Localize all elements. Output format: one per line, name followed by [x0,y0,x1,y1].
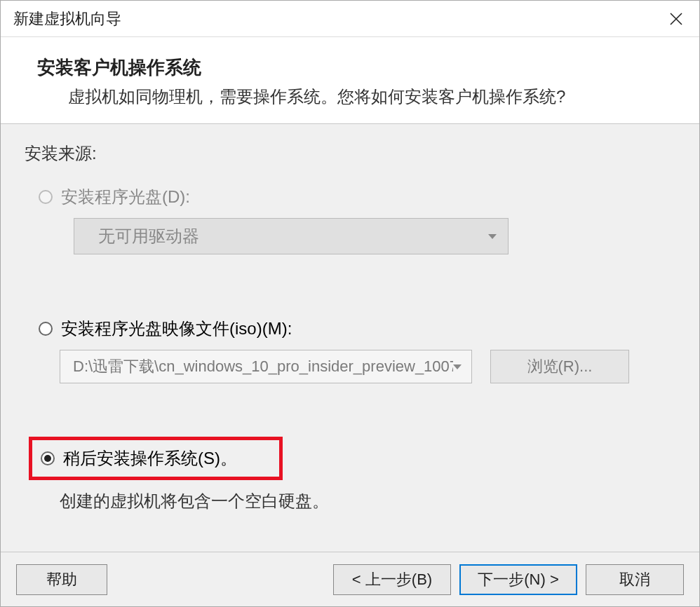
new-vm-wizard-dialog: 新建虚拟机向导 安装客户机操作系统 虚拟机如同物理机，需要操作系统。您将如何安装… [0,0,700,607]
radio-install-later[interactable] [41,451,55,465]
option-install-later-highlight: 稍后安装操作系统(S)。 [29,437,283,480]
titlebar: 新建虚拟机向导 [1,1,699,37]
install-later-hint: 创建的虚拟机将包含一个空白硬盘。 [60,490,675,512]
drive-dropdown-value: 无可用驱动器 [98,225,199,247]
iso-path-combo: D:\迅雷下载\cn_windows_10_pro_insider_previe… [60,350,472,383]
back-button[interactable]: < 上一步(B) [333,564,451,595]
close-icon [670,13,682,25]
next-button-label: 下一步(N) > [478,569,559,590]
browse-button-label: 浏览(R)... [527,356,593,377]
option-iso-file-label: 安装程序光盘映像文件(iso)(M): [61,318,292,340]
drive-dropdown: 无可用驱动器 [74,218,509,254]
back-button-label: < 上一步(B) [352,569,432,590]
cancel-button[interactable]: 取消 [586,564,684,595]
cancel-button-label: 取消 [619,569,650,590]
page-title: 安装客户机操作系统 [37,55,671,80]
browse-button: 浏览(R)... [490,350,629,383]
wizard-footer: 帮助 < 上一步(B) 下一步(N) > 取消 [1,552,699,606]
option-iso-file[interactable]: 安装程序光盘映像文件(iso)(M): [25,318,675,340]
option-installer-disc-label: 安装程序光盘(D): [61,186,190,208]
wizard-content: 安装来源: 安装程序光盘(D): 无可用驱动器 安装程序光盘映像文件(iso)(… [1,124,699,552]
iso-path-value: D:\迅雷下载\cn_windows_10_pro_insider_previe… [73,356,453,377]
next-button[interactable]: 下一步(N) > [459,564,577,595]
option-install-later-label: 稍后安装操作系统(S)。 [63,447,237,470]
close-button[interactable] [666,8,687,29]
iso-row: D:\迅雷下载\cn_windows_10_pro_insider_previe… [60,350,675,383]
chevron-down-icon [488,234,497,239]
window-title: 新建虚拟机向导 [13,8,121,29]
option-install-later[interactable]: 稍后安装操作系统(S)。 [41,447,237,470]
chevron-down-icon [453,364,462,369]
radio-iso-file[interactable] [39,322,53,336]
option-installer-disc: 安装程序光盘(D): [25,186,675,208]
page-subtitle: 虚拟机如同物理机，需要操作系统。您将如何安装客户机操作系统? [37,86,671,108]
wizard-header: 安装客户机操作系统 虚拟机如同物理机，需要操作系统。您将如何安装客户机操作系统? [1,37,699,124]
help-button[interactable]: 帮助 [16,564,107,595]
radio-installer-disc [39,190,53,204]
install-source-label: 安装来源: [25,142,675,165]
help-button-label: 帮助 [46,569,77,590]
